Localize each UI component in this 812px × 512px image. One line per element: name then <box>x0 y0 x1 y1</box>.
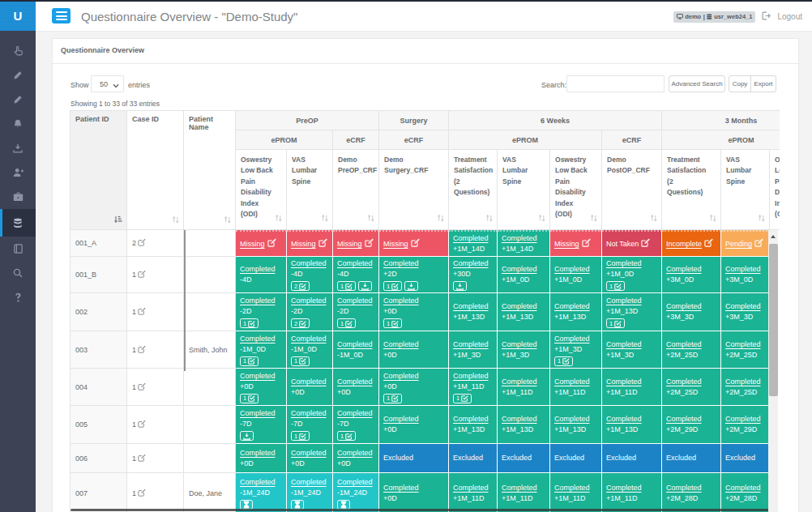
status-link[interactable]: Completed <box>554 378 590 386</box>
status-link[interactable]: Completed <box>337 449 373 457</box>
sidebar-item-download[interactable] <box>0 136 36 160</box>
column-header-patient-id[interactable]: Patient ID <box>71 111 127 230</box>
column-header-questionnaire[interactable]: Demo PreOP_CRF <box>333 150 379 230</box>
count-badge[interactable]: 1 <box>383 281 402 291</box>
column-header-questionnaire[interactable]: Oswestry Low Back Pain Disability Index … <box>770 150 780 230</box>
status-link[interactable]: Completed <box>240 265 276 273</box>
edit-case-icon[interactable] <box>138 347 146 355</box>
status-link[interactable]: Completed <box>554 335 590 343</box>
edit-case-icon[interactable] <box>138 455 146 463</box>
hourglass-badge[interactable] <box>337 500 350 510</box>
status-link[interactable]: Missing <box>337 240 362 248</box>
status-link[interactable]: Completed <box>453 302 489 310</box>
sidebar-item-database[interactable] <box>0 209 36 237</box>
sidebar-item-medkit[interactable] <box>0 185 36 209</box>
count-badge[interactable]: 1 <box>383 318 402 328</box>
status-link[interactable]: Completed <box>725 484 761 492</box>
hourglass-badge[interactable] <box>291 500 304 510</box>
sidebar-item-hand-pointer[interactable] <box>0 39 36 63</box>
download-badge[interactable] <box>358 281 372 291</box>
count-badge[interactable]: 1 <box>453 394 472 403</box>
status-link[interactable]: Completed <box>606 340 642 348</box>
column-header-questionnaire[interactable]: Oswestry Low Back Pain Disability Index … <box>236 150 287 230</box>
edit-case-icon[interactable] <box>138 309 146 317</box>
status-link[interactable]: Completed <box>554 484 590 492</box>
status-link[interactable]: Completed <box>240 478 276 486</box>
column-header-questionnaire[interactable]: VAS Lumbar Spine <box>498 150 550 230</box>
count-badge[interactable]: 1 <box>291 431 310 441</box>
count-badge[interactable]: 1 <box>337 318 356 328</box>
count-badge[interactable]: 1 <box>291 356 310 366</box>
edit-status-icon[interactable] <box>579 240 591 248</box>
status-link[interactable]: Completed <box>666 265 702 273</box>
status-link[interactable]: Completed <box>291 335 327 343</box>
status-link[interactable]: Completed <box>502 484 537 492</box>
status-link[interactable]: Completed <box>606 378 642 386</box>
status-link[interactable]: Missing <box>554 240 579 248</box>
status-link[interactable]: Completed <box>606 259 642 267</box>
app-logo[interactable]: U <box>0 2 36 31</box>
status-link[interactable]: Completed <box>502 265 537 273</box>
count-badge[interactable]: 1 <box>240 356 259 366</box>
edit-case-icon[interactable] <box>138 271 146 279</box>
column-header-questionnaire[interactable]: Oswestry Low Back Pain Disability Index … <box>550 150 602 230</box>
column-header-case-id[interactable]: Case ID <box>127 111 184 230</box>
count-badge[interactable]: 1 <box>240 394 259 403</box>
hourglass-badge[interactable] <box>240 500 253 510</box>
status-link[interactable]: Completed <box>725 415 761 423</box>
sidebar-item-pencil[interactable] <box>0 63 36 87</box>
status-link[interactable]: Completed <box>383 259 419 267</box>
status-link[interactable]: Completed <box>291 449 327 457</box>
status-link[interactable]: Completed <box>383 340 419 348</box>
edit-status-icon[interactable] <box>639 240 650 248</box>
status-link[interactable]: Completed <box>240 409 276 417</box>
status-link[interactable]: Completed <box>240 297 276 305</box>
status-link[interactable]: Completed <box>502 234 537 242</box>
search-input[interactable] <box>566 75 665 92</box>
column-header-questionnaire[interactable]: Demo PostOP_CRF <box>602 150 662 230</box>
sidebar-item-pencil[interactable] <box>0 87 36 112</box>
edit-status-icon[interactable] <box>265 240 276 248</box>
status-link[interactable]: Completed <box>240 449 276 457</box>
edit-status-icon[interactable] <box>702 240 713 248</box>
edit-case-icon[interactable] <box>138 421 146 429</box>
status-link[interactable]: Completed <box>240 335 276 343</box>
column-header-questionnaire[interactable]: Treatment Satisfaction (2 Questions) <box>449 150 498 230</box>
edit-status-icon[interactable] <box>316 240 327 248</box>
status-link[interactable]: Completed <box>554 302 590 310</box>
status-link[interactable]: Completed <box>725 302 761 310</box>
count-badge[interactable]: 2 <box>291 281 310 291</box>
page-size-select[interactable]: 50 <box>91 75 124 92</box>
status-link[interactable]: Completed <box>554 265 590 273</box>
status-link[interactable]: Completed <box>502 302 537 310</box>
edit-status-icon[interactable] <box>752 240 763 248</box>
count-badge[interactable]: 1 <box>337 281 356 291</box>
download-badge[interactable] <box>453 281 467 291</box>
column-header-questionnaire[interactable]: Treatment Satisfaction (2 Questions) <box>662 150 721 230</box>
sidebar-item-search[interactable] <box>0 261 36 285</box>
download-badge[interactable] <box>404 281 418 291</box>
status-link[interactable]: Completed <box>554 415 590 423</box>
status-link[interactable]: Completed <box>666 302 702 310</box>
status-link[interactable]: Completed <box>337 340 373 348</box>
count-badge[interactable]: 1 <box>554 356 573 366</box>
status-link[interactable]: Completed <box>337 478 373 486</box>
copy-button[interactable]: Copy <box>729 75 751 92</box>
status-link[interactable]: Completed <box>291 297 327 305</box>
status-link[interactable]: Completed <box>453 484 489 492</box>
status-link[interactable]: Completed <box>383 372 419 380</box>
edit-case-icon[interactable] <box>138 490 146 498</box>
column-header-questionnaire[interactable]: VAS Lumbar Spine <box>287 150 333 230</box>
status-link[interactable]: Incomplete <box>666 240 702 248</box>
status-link[interactable]: Completed <box>453 234 489 242</box>
status-link[interactable]: Completed <box>666 484 702 492</box>
edit-status-icon[interactable] <box>408 240 420 248</box>
count-badge[interactable]: 1 <box>383 394 402 403</box>
sidebar-item-user-plus[interactable] <box>0 160 36 185</box>
count-badge[interactable]: 1 <box>240 318 259 328</box>
status-link[interactable]: Completed <box>337 259 373 267</box>
status-link[interactable]: Missing <box>291 240 316 248</box>
scrollbar-up-arrow-icon[interactable] <box>771 235 776 238</box>
vertical-scrollbar-thumb[interactable] <box>769 244 778 396</box>
count-badge[interactable]: 1 <box>337 431 356 441</box>
